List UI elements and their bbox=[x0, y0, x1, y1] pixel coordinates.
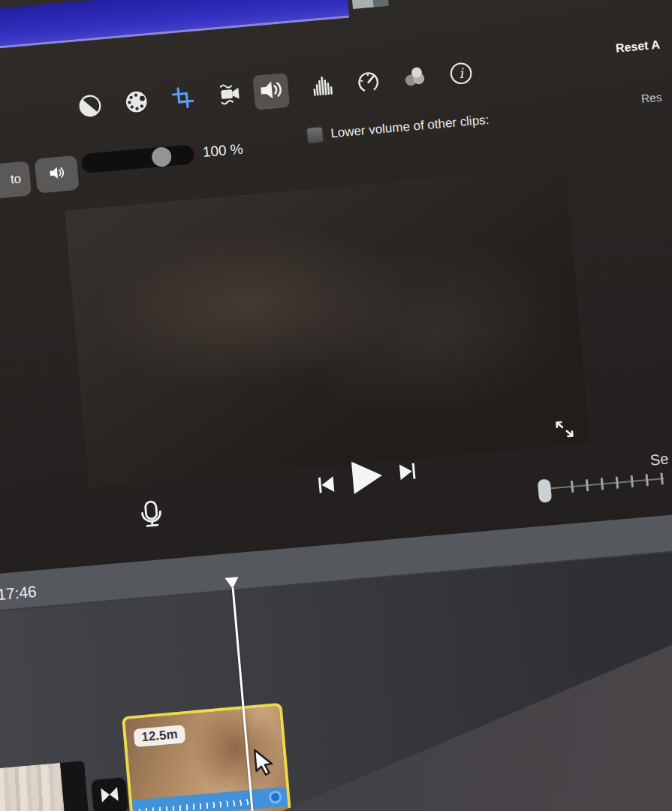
expand-button[interactable] bbox=[553, 418, 577, 443]
color-palette-icon bbox=[122, 88, 150, 119]
bowtie-transition-icon bbox=[98, 785, 121, 807]
stabilization-button[interactable] bbox=[211, 77, 249, 114]
crop-icon bbox=[169, 84, 197, 115]
reset-button[interactable]: Res bbox=[640, 91, 662, 106]
video-preview-placeholder bbox=[65, 167, 590, 487]
equalizer-bars-icon bbox=[308, 72, 336, 103]
zoom-tick bbox=[660, 472, 663, 484]
svg-text:i: i bbox=[458, 65, 465, 82]
zoom-slider-thumb[interactable] bbox=[538, 478, 553, 502]
overlapping-circles-icon bbox=[401, 64, 429, 95]
expand-diagonal-icon bbox=[554, 428, 576, 442]
zoom-tick bbox=[586, 479, 589, 491]
zoom-tick bbox=[601, 478, 604, 490]
skip-forward-icon bbox=[396, 472, 420, 487]
zoom-tick bbox=[631, 475, 634, 487]
noise-reduction-button[interactable] bbox=[303, 68, 341, 106]
clip-duration-badge: 12.5m bbox=[134, 725, 186, 747]
skip-back-icon bbox=[315, 484, 338, 499]
mute-button[interactable] bbox=[35, 155, 80, 194]
mouse-cursor bbox=[253, 747, 276, 782]
zoom-tick bbox=[616, 477, 619, 489]
speaker-icon bbox=[47, 162, 68, 186]
speed-button[interactable] bbox=[350, 65, 387, 102]
volume-percent-label: 100 % bbox=[202, 140, 244, 161]
lower-volume-checkbox-label: Lower volume of other clips: bbox=[330, 113, 490, 141]
auto-volume-button[interactable]: to bbox=[0, 161, 32, 201]
volume-button[interactable] bbox=[252, 73, 290, 110]
volume-speaker-icon bbox=[257, 75, 286, 107]
crop-button[interactable] bbox=[164, 80, 202, 118]
skip-back-button[interactable] bbox=[314, 472, 339, 499]
record-voiceover-button[interactable] bbox=[137, 497, 167, 532]
video-camera-icon bbox=[215, 80, 243, 110]
info-icon: i bbox=[447, 59, 475, 90]
color-balance-icon bbox=[77, 92, 104, 123]
audio-waveform-strip bbox=[132, 787, 288, 811]
zoom-tick bbox=[646, 474, 649, 486]
info-button[interactable]: i bbox=[442, 56, 480, 94]
taskbar-fragment-dark bbox=[372, 0, 389, 8]
clip-filters-button[interactable] bbox=[396, 60, 434, 98]
audio-end-dot bbox=[268, 790, 282, 803]
microphone-icon bbox=[138, 517, 166, 532]
taskbar-fragment bbox=[351, 0, 374, 9]
settings-button[interactable]: Se bbox=[649, 451, 669, 469]
play-icon bbox=[349, 482, 387, 498]
audio-waveform-marks bbox=[139, 799, 252, 811]
color-balance-button[interactable] bbox=[71, 89, 109, 126]
transition-element[interactable] bbox=[90, 776, 129, 811]
play-button[interactable] bbox=[347, 457, 387, 499]
lower-volume-checkbox[interactable] bbox=[306, 126, 324, 144]
zoom-tick bbox=[571, 481, 574, 493]
timeline-clip-first[interactable] bbox=[0, 761, 98, 811]
speedometer-icon bbox=[354, 68, 382, 98]
desktop-wallpaper-strip bbox=[0, 0, 349, 50]
reset-all-button[interactable]: Reset A bbox=[615, 38, 660, 56]
skip-forward-button[interactable] bbox=[396, 460, 420, 487]
color-correction-button[interactable] bbox=[118, 85, 155, 122]
timeline-time-marker: 17:46 bbox=[0, 583, 38, 604]
volume-slider[interactable] bbox=[81, 144, 195, 173]
